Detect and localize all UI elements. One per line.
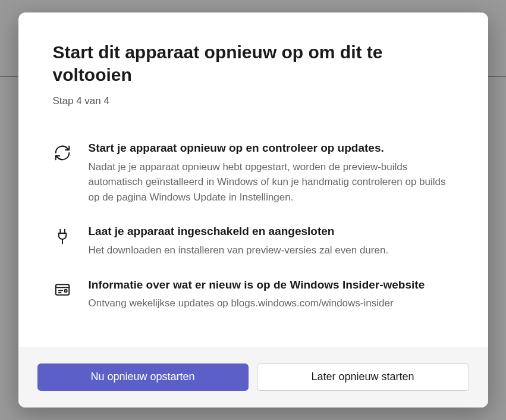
info-item-news: Informatie over wat er nieuw is op de Wi… — [53, 277, 454, 311]
dialog-footer: Nu opnieuw opstarten Later opnieuw start… — [18, 347, 488, 408]
info-item-restart: Start je apparaat opnieuw op en controle… — [53, 140, 454, 205]
info-item-title: Laat je apparaat ingeschakeld en aangesl… — [89, 224, 454, 239]
info-item-title: Start je apparaat opnieuw op en controle… — [89, 140, 454, 156]
dialog-content: Start dit apparaat opnieuw op om dit te … — [18, 12, 488, 346]
info-item-desc: Nadat je je apparaat opnieuw hebt opgest… — [89, 159, 454, 205]
restart-later-button[interactable]: Later opnieuw starten — [257, 363, 469, 391]
info-item-body: Start je apparaat opnieuw op en controle… — [89, 140, 454, 205]
restart-now-button[interactable]: Nu opnieuw opstarten — [37, 363, 249, 391]
news-icon — [53, 277, 72, 311]
info-item-desc: Het downloaden en installeren van previe… — [89, 243, 454, 258]
info-item-title: Informatie over wat er nieuw is op de Wi… — [89, 277, 454, 293]
plug-icon — [53, 224, 72, 258]
restart-dialog: Start dit apparaat opnieuw op om dit te … — [18, 12, 488, 407]
info-item-desc: Ontvang wekelijkse updates op blogs.wind… — [89, 296, 454, 311]
dialog-step-indicator: Stap 4 van 4 — [53, 95, 454, 107]
dialog-title: Start dit apparaat opnieuw op om dit te … — [53, 41, 454, 86]
refresh-icon — [53, 140, 72, 205]
info-item-body: Laat je apparaat ingeschakeld en aangesl… — [89, 224, 454, 258]
info-item-body: Informatie over wat er nieuw is op de Wi… — [89, 277, 454, 311]
info-item-power: Laat je apparaat ingeschakeld en aangesl… — [53, 224, 454, 258]
svg-rect-1 — [64, 290, 67, 292]
